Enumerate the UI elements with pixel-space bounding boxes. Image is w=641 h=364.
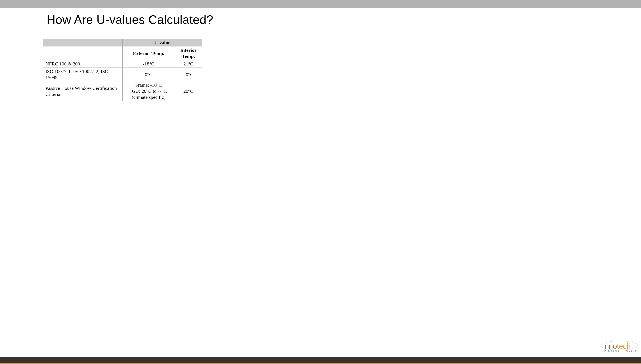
table-row: Exterior Temp. Interior Temp.	[43, 46, 202, 60]
header-uvalue: U-value	[123, 39, 202, 46]
cell-label: NFRC 100 & 200	[43, 60, 123, 68]
table-row: Passive House Window Certification Crite…	[43, 81, 202, 101]
slide-title: How Are U-values Calculated?	[0, 13, 641, 26]
cell-int: 20°C	[175, 68, 202, 81]
subheader-blank	[43, 46, 123, 60]
top-grey-bar	[0, 0, 641, 8]
cell-int: 21°C	[175, 60, 202, 68]
footer-bar	[0, 357, 641, 364]
subheader-interior: Interior Temp.	[175, 46, 202, 60]
logo-part-tech: tech	[617, 342, 631, 350]
logo-part-inno: inno	[603, 342, 617, 350]
brand-logo: innotech windows + doors	[603, 342, 637, 352]
table-row: ISO 10077-1, ISO 10077-2, ISO 15099 0°C …	[43, 68, 202, 81]
logo-wordmark: innotech	[603, 342, 637, 350]
slide-body: How Are U-values Calculated? U-value Ext…	[0, 8, 641, 101]
u-value-table: U-value Exterior Temp. Interior Temp. NF…	[43, 39, 202, 101]
cell-ext: -18°C	[123, 60, 175, 68]
cell-ext: Frame: -10°CIGU: 20°C to -7°C(climate sp…	[123, 81, 175, 101]
header-blank	[43, 39, 123, 46]
subheader-exterior: Exterior Temp.	[123, 46, 175, 60]
cell-ext: 0°C	[123, 68, 175, 81]
table-row: U-value	[43, 39, 202, 46]
cell-label: ISO 10077-1, ISO 10077-2, ISO 15099	[43, 68, 123, 81]
table-container: U-value Exterior Temp. Interior Temp. NF…	[43, 39, 641, 101]
table-row: NFRC 100 & 200 -18°C 21°C	[43, 60, 202, 68]
logo-subtitle: windows + doors	[603, 350, 637, 352]
cell-int: 20°C	[175, 81, 202, 101]
cell-label: Passive House Window Certification Crite…	[43, 81, 123, 101]
